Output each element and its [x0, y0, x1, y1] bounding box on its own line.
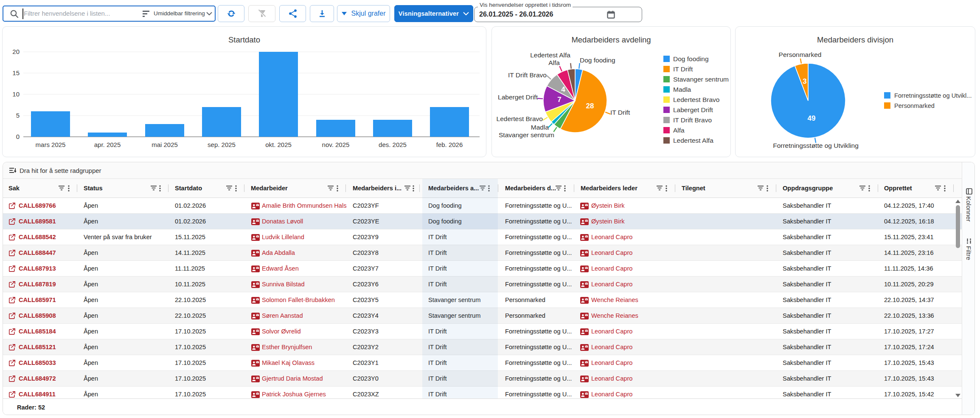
svg-text:okt. 2025: okt. 2025 — [265, 141, 292, 148]
svg-text:Dog fooding: Dog fooding — [580, 56, 615, 64]
svg-text:0: 0 — [16, 133, 20, 140]
svg-text:20: 20 — [12, 48, 20, 55]
svg-text:IT Drift: IT Drift — [673, 65, 693, 73]
svg-text:mai 2025: mai 2025 — [152, 141, 178, 148]
svg-text:Forretningsstøtte og Utvikl...: Forretningsstøtte og Utvikl... — [894, 92, 972, 99]
svg-text:mars 2025: mars 2025 — [36, 141, 66, 148]
svg-text:Ledertest Alfa: Ledertest Alfa — [673, 137, 713, 144]
svg-text:Laberget Drift: Laberget Drift — [673, 106, 713, 113]
svg-text:IT Drift: IT Drift — [610, 109, 630, 116]
svg-text:Personmarked: Personmarked — [894, 102, 935, 109]
svg-text:Ledertest Alfa: Ledertest Alfa — [530, 51, 570, 59]
svg-text:7: 7 — [557, 96, 561, 104]
svg-text:Madla: Madla — [531, 124, 549, 131]
svg-text:Dog fooding: Dog fooding — [673, 55, 709, 62]
svg-text:4: 4 — [561, 85, 565, 93]
svg-text:feb. 2026: feb. 2026 — [436, 141, 463, 148]
svg-text:5: 5 — [16, 112, 20, 119]
svg-text:Ledertest Bravo: Ledertest Bravo — [673, 96, 719, 103]
svg-text:IT Drift Bravo: IT Drift Bravo — [508, 71, 547, 79]
svg-text:Alfa: Alfa — [548, 59, 560, 66]
svg-text:49: 49 — [808, 114, 816, 122]
svg-text:sep. 2025: sep. 2025 — [208, 141, 236, 148]
svg-text:apr. 2025: apr. 2025 — [94, 141, 121, 148]
svg-text:des. 2025: des. 2025 — [379, 141, 407, 148]
svg-text:Ledertest Bravo: Ledertest Bravo — [497, 115, 543, 122]
svg-text:15: 15 — [12, 69, 20, 76]
svg-text:Stavanger sentrum: Stavanger sentrum — [673, 76, 729, 83]
svg-text:Madla: Madla — [673, 86, 691, 93]
svg-text:Stavanger sentrum: Stavanger sentrum — [499, 131, 554, 138]
svg-text:28: 28 — [586, 102, 594, 110]
svg-text:Personmarked: Personmarked — [779, 51, 822, 58]
svg-text:Alfa: Alfa — [673, 127, 685, 134]
svg-text:IT Drift Bravo: IT Drift Bravo — [673, 116, 712, 124]
svg-text:Forretningsstøtte og Utvikling: Forretningsstøtte og Utvikling — [773, 142, 859, 149]
svg-text:nov. 2025: nov. 2025 — [322, 141, 350, 148]
svg-text:10: 10 — [12, 90, 20, 98]
svg-text:Laberget Drift: Laberget Drift — [498, 93, 538, 101]
svg-text:3: 3 — [803, 77, 806, 85]
